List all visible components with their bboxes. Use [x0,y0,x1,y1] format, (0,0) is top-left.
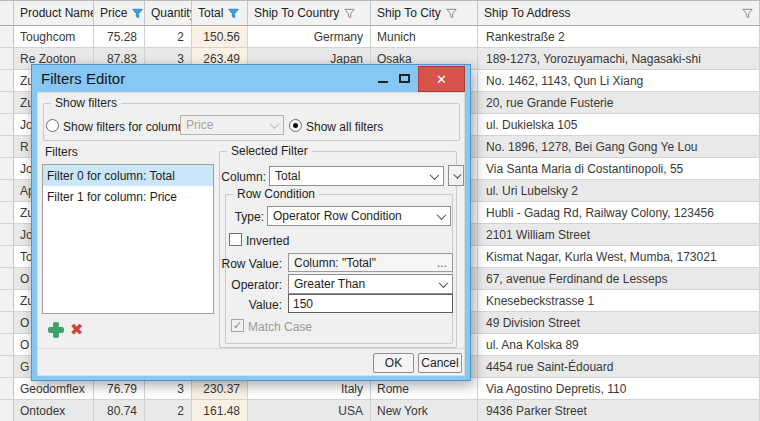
show-filters-column-combo[interactable]: Price [180,115,284,135]
cell-country[interactable]: USA [248,400,371,421]
column-header-ship-to-address[interactable]: Ship To Address [478,1,760,26]
column-header-quantity[interactable]: Quantity [145,1,192,26]
add-filter-button[interactable] [48,322,64,338]
cell-address[interactable]: 2101 William Street [478,224,760,246]
row-value-text: Column: "Total" [294,256,376,270]
row-header[interactable] [0,224,14,246]
cell-product[interactable]: Toughcom [14,26,94,48]
close-button[interactable]: ✕ [418,66,465,92]
row-header[interactable] [0,114,14,136]
column-header-ship-to-country[interactable]: Ship To Country [248,1,371,26]
match-case-label: Match Case [248,320,312,334]
show-filters-for-column-radio[interactable] [46,119,59,132]
cell-country[interactable]: Germany [248,26,371,48]
cell-price[interactable]: 80.74 [94,400,145,421]
operator-combo[interactable]: Greater Than [288,274,453,294]
row-header[interactable] [0,158,14,180]
row-header[interactable] [0,290,14,312]
cell-city[interactable]: Munich [371,26,478,48]
row-header[interactable] [0,202,14,224]
column-header-label: Ship To City [377,6,441,20]
type-label: Type: [184,210,264,224]
ok-button[interactable]: OK [373,353,414,373]
cell-price[interactable]: 76.79 [94,378,145,400]
row-header[interactable] [0,180,14,202]
cell-address[interactable]: ul. Dukielska 105 [478,114,760,136]
cell-address[interactable]: ul. Uri Lubelsky 2 [478,180,760,202]
filter-funnel-icon[interactable] [446,8,457,19]
cell-address[interactable]: 189-1273, Yorozuyamachi, Nagasaki-shi [478,48,760,70]
maximize-icon [399,74,410,83]
cell-product[interactable]: Geodomflex [14,378,94,400]
type-combo[interactable]: Operator Row Condition [267,206,451,226]
column-header-total[interactable]: Total [192,1,248,26]
cell-product[interactable]: Ontodex [14,400,94,421]
button-strip-divider [38,348,464,349]
cell-city[interactable]: Rome [371,378,478,400]
column-options-button[interactable] [448,165,464,186]
cell-price[interactable]: 75.28 [94,26,145,48]
filter-funnel-icon[interactable] [228,8,239,19]
cell-total[interactable]: 230.37 [192,378,248,400]
cancel-button[interactable]: Cancel [418,353,462,373]
row-header[interactable] [0,356,14,378]
column-header-product-name[interactable]: Product Name [14,1,94,26]
operator-label: Operator: [168,278,282,292]
cell-total[interactable]: 150.56 [192,26,248,48]
cell-address[interactable]: Via Santa Maria di Costantinopoli, 55 [478,158,760,180]
row-header[interactable] [0,26,14,48]
chevron-down-icon [439,278,449,288]
browse-ellipsis-button[interactable]: ... [437,256,447,270]
filter-funnel-icon[interactable] [742,8,753,19]
column-header-label: Quantity [151,6,192,20]
row-header[interactable] [0,136,14,158]
row-header[interactable] [0,400,14,421]
filter-funnel-icon[interactable] [132,8,143,19]
cell-address[interactable]: Rankestraße 2 [478,26,760,48]
cell-quantity[interactable]: 2 [145,400,192,421]
minimize-button[interactable] [374,65,392,91]
cell-address[interactable]: 20, rue Grande Fusterie [478,92,760,114]
match-case-checkbox[interactable]: ✓ [231,319,244,332]
row-header[interactable] [0,268,14,290]
row-header[interactable] [0,92,14,114]
remove-filter-button[interactable]: ✖ [70,323,83,337]
close-icon: ✕ [436,73,447,86]
row-value-field[interactable]: Column: "Total" ... [288,253,453,272]
cell-address[interactable]: Knesebeckstrasse 1 [478,290,760,312]
maximize-button[interactable] [394,65,414,91]
row-header[interactable] [0,48,14,70]
cell-address[interactable]: No. 1896, 1278, Bei Gang Gong Ye Lou [478,136,760,158]
column-header-ship-to-city[interactable]: Ship To City [371,1,478,26]
value-input[interactable] [288,294,453,313]
cell-address[interactable]: Hubli - Gadag Rd, Railway Colony, 123456 [478,202,760,224]
filter-list-item[interactable]: Filter 1 for column: Price [43,186,213,207]
cell-quantity[interactable]: 3 [145,378,192,400]
filter-funnel-icon[interactable] [344,8,355,19]
cell-country[interactable]: Italy [248,378,371,400]
cell-address[interactable]: 9436 Parker Street [478,400,760,421]
table-row: Ontodex80.742161.48USANew York9436 Parke… [0,400,760,421]
cell-address[interactable]: No. 1462, 1143, Qun Li Xiang [478,70,760,92]
operator-combo-value: Greater Than [294,277,365,291]
row-header[interactable] [0,312,14,334]
cell-address[interactable]: 49 Division Street [478,312,760,334]
dialog-titlebar[interactable]: Filters Editor ✕ [32,65,470,92]
row-header[interactable] [0,246,14,268]
cell-address[interactable]: 67, avenue Ferdinand de Lesseps [478,268,760,290]
show-all-filters-radio[interactable] [289,119,302,132]
cell-address[interactable]: Via Agostino Depretis, 110 [478,378,760,400]
cell-total[interactable]: 161.48 [192,400,248,421]
row-header[interactable] [0,378,14,400]
column-header-price[interactable]: Price [94,1,145,26]
cell-quantity[interactable]: 2 [145,26,192,48]
header-corner[interactable] [0,1,14,26]
inverted-checkbox[interactable] [229,233,242,246]
cell-address[interactable]: ul. Ana Kolska 89 [478,334,760,356]
row-header[interactable] [0,334,14,356]
cell-address[interactable]: Kismat Nagar, Kurla West, Mumba, 173021 [478,246,760,268]
cell-city[interactable]: New York [371,400,478,421]
column-combo[interactable]: Total [269,166,444,186]
row-header[interactable] [0,70,14,92]
cell-address[interactable]: 4454 rue Saint-Édouard [478,356,760,378]
